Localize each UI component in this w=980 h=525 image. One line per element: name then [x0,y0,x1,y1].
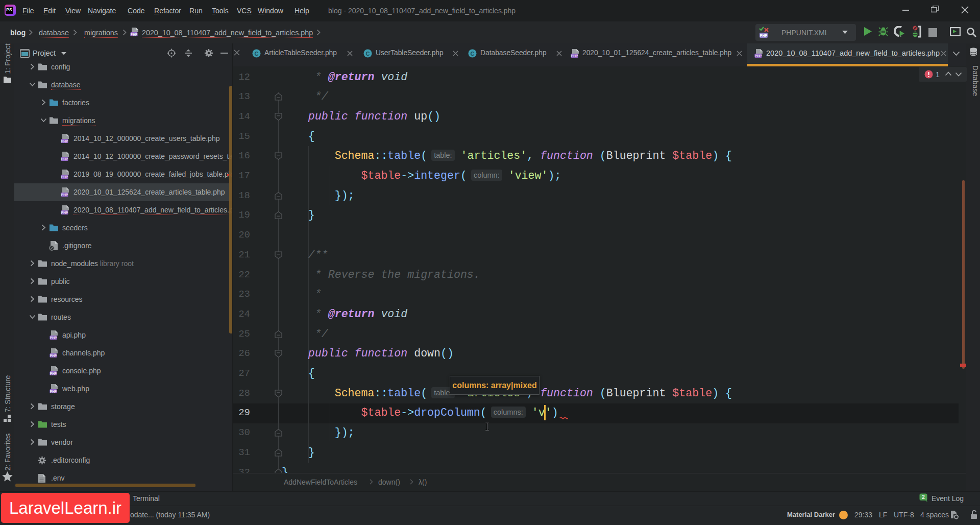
svg-text:PHP: PHP [755,54,762,58]
svg-text:PHP: PHP [61,175,68,179]
svg-text:C: C [366,51,370,57]
svg-text:PHP: PHP [50,354,57,357]
svg-text:PHP: PHP [61,193,68,197]
svg-text:PHP: PHP [50,336,57,340]
svg-text:C: C [255,51,259,57]
svg-text:PHP: PHP [61,211,68,214]
svg-text:PHP: PHP [61,157,68,161]
svg-text:PHP: PHP [571,54,578,58]
svg-text:2: 2 [922,494,925,500]
svg-text:PHP: PHP [50,372,57,375]
svg-text:C: C [471,51,475,57]
svg-text:PHP: PHP [760,34,768,37]
svg-text:PHP: PHP [50,390,57,393]
svg-text:PHP: PHP [61,139,68,143]
